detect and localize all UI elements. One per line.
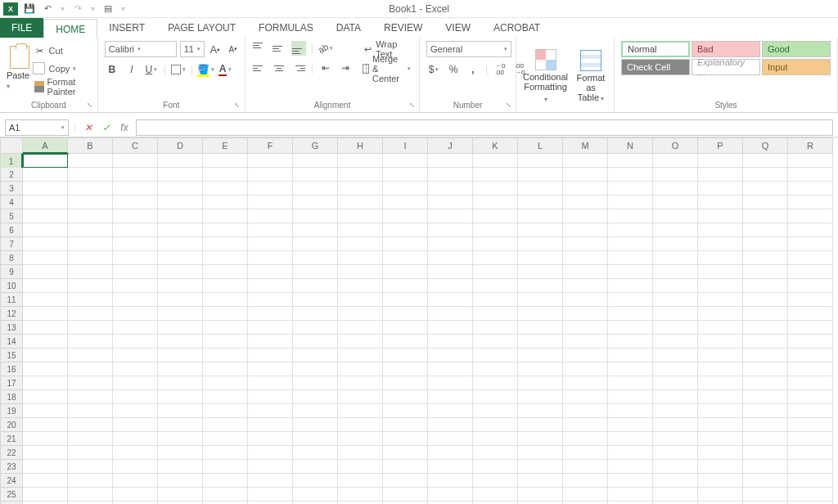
cell-H1[interactable] xyxy=(338,154,383,168)
cell-A16[interactable] xyxy=(23,362,68,376)
cell-A12[interactable] xyxy=(23,307,68,321)
cell-I3[interactable] xyxy=(383,182,428,196)
cell-N5[interactable] xyxy=(608,209,653,223)
column-header-B[interactable]: B xyxy=(68,137,113,154)
cell-C6[interactable] xyxy=(113,223,158,237)
font-name-select[interactable]: Calibri▾ xyxy=(105,41,177,57)
cell-I15[interactable] xyxy=(383,349,428,362)
cell-L20[interactable] xyxy=(518,418,563,432)
cell-Q6[interactable] xyxy=(743,223,788,237)
cell-J18[interactable] xyxy=(428,390,473,404)
cell-F7[interactable] xyxy=(248,237,293,251)
cell-G22[interactable] xyxy=(293,446,338,460)
cell-R21[interactable] xyxy=(788,432,833,446)
cell-R14[interactable] xyxy=(788,335,833,349)
cell-H16[interactable] xyxy=(338,362,383,376)
enter-icon[interactable]: ✓ xyxy=(100,121,113,134)
cell-J24[interactable] xyxy=(428,474,473,488)
conditional-formatting-button[interactable]: Conditional Formatting xyxy=(523,49,568,105)
cell-F15[interactable] xyxy=(248,349,293,362)
cell-G15[interactable] xyxy=(293,349,338,362)
row-header-19[interactable]: 19 xyxy=(0,404,23,418)
cell-P7[interactable] xyxy=(698,237,743,251)
number-format-select[interactable]: General▾ xyxy=(426,41,511,57)
cell-H21[interactable] xyxy=(338,432,383,446)
cell-L5[interactable] xyxy=(518,209,563,223)
undo-icon[interactable]: ↶ xyxy=(41,2,54,16)
cell-R22[interactable] xyxy=(788,446,833,460)
cell-R23[interactable] xyxy=(788,460,833,474)
cell-R25[interactable] xyxy=(788,488,833,502)
cell-G5[interactable] xyxy=(293,209,338,223)
cell-E20[interactable] xyxy=(203,418,248,432)
cell-P25[interactable] xyxy=(698,488,743,502)
cell-R24[interactable] xyxy=(788,474,833,488)
cell-E11[interactable] xyxy=(203,293,248,307)
cell-J20[interactable] xyxy=(428,418,473,432)
cell-N21[interactable] xyxy=(608,432,653,446)
cell-K4[interactable] xyxy=(473,196,518,209)
cell-G24[interactable] xyxy=(293,474,338,488)
cell-O10[interactable] xyxy=(653,279,698,293)
cell-A15[interactable] xyxy=(23,349,68,362)
cell-C21[interactable] xyxy=(113,432,158,446)
cell-F1[interactable] xyxy=(248,154,293,168)
cell-P11[interactable] xyxy=(698,293,743,307)
cell-F5[interactable] xyxy=(248,209,293,223)
cell-N9[interactable] xyxy=(608,265,653,279)
cell-G6[interactable] xyxy=(293,223,338,237)
cell-I23[interactable] xyxy=(383,460,428,474)
cell-N4[interactable] xyxy=(608,196,653,209)
column-header-Q[interactable]: Q xyxy=(743,137,788,154)
cell-F17[interactable] xyxy=(248,376,293,390)
column-header-H[interactable]: H xyxy=(338,137,383,154)
cell-A9[interactable] xyxy=(23,265,68,279)
cell-E22[interactable] xyxy=(203,446,248,460)
cell-G9[interactable] xyxy=(293,265,338,279)
cell-E7[interactable] xyxy=(203,237,248,251)
cell-O21[interactable] xyxy=(653,432,698,446)
cell-C15[interactable] xyxy=(113,349,158,362)
cell-R12[interactable] xyxy=(788,307,833,321)
cell-N20[interactable] xyxy=(608,418,653,432)
cell-R9[interactable] xyxy=(788,265,833,279)
underline-button[interactable]: U▾ xyxy=(144,62,159,77)
cell-P14[interactable] xyxy=(698,335,743,349)
cell-B17[interactable] xyxy=(68,376,113,390)
cell-O5[interactable] xyxy=(653,209,698,223)
cell-C20[interactable] xyxy=(113,418,158,432)
cell-R6[interactable] xyxy=(788,223,833,237)
cell-E5[interactable] xyxy=(203,209,248,223)
paste-button[interactable]: Paste xyxy=(7,41,33,95)
cell-E17[interactable] xyxy=(203,376,248,390)
cell-P16[interactable] xyxy=(698,362,743,376)
cell-K24[interactable] xyxy=(473,474,518,488)
copy-button[interactable]: Copy▾ xyxy=(33,61,91,77)
cell-P12[interactable] xyxy=(698,307,743,321)
cell-Q8[interactable] xyxy=(743,251,788,265)
cell-A7[interactable] xyxy=(23,237,68,251)
align-left-button[interactable] xyxy=(252,61,267,75)
cell-F21[interactable] xyxy=(248,432,293,446)
cell-R16[interactable] xyxy=(788,362,833,376)
font-size-select[interactable]: 11▾ xyxy=(180,41,205,57)
cell-R2[interactable] xyxy=(788,168,833,182)
column-header-D[interactable]: D xyxy=(158,137,203,154)
cell-N1[interactable] xyxy=(608,154,653,168)
cell-L24[interactable] xyxy=(518,474,563,488)
grow-font-button[interactable]: A▴ xyxy=(208,42,223,56)
cell-N8[interactable] xyxy=(608,251,653,265)
cell-K2[interactable] xyxy=(473,168,518,182)
cell-G23[interactable] xyxy=(293,460,338,474)
cell-Q4[interactable] xyxy=(743,196,788,209)
cell-N11[interactable] xyxy=(608,293,653,307)
cell-B21[interactable] xyxy=(68,432,113,446)
cell-J5[interactable] xyxy=(428,209,473,223)
cell-P2[interactable] xyxy=(698,168,743,182)
cell-R5[interactable] xyxy=(788,209,833,223)
cell-M25[interactable] xyxy=(563,488,608,502)
cell-G7[interactable] xyxy=(293,237,338,251)
cell-E19[interactable] xyxy=(203,404,248,418)
cell-L23[interactable] xyxy=(518,460,563,474)
row-header-11[interactable]: 11 xyxy=(0,293,23,307)
